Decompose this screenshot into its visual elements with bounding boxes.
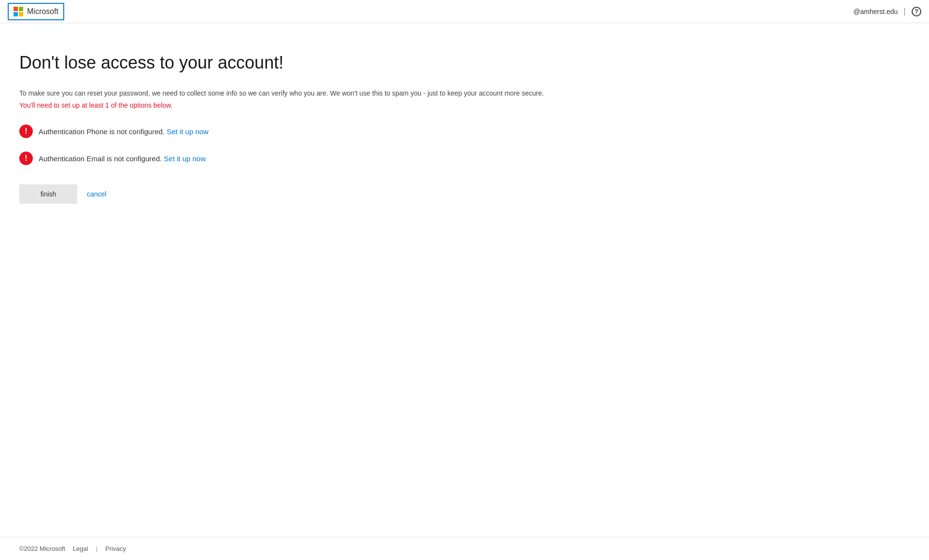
button-row: finish cancel bbox=[19, 184, 657, 204]
header-left: Microsoft bbox=[8, 3, 64, 20]
copyright: ©2022 Microsoft bbox=[19, 545, 65, 552]
auth-email-text: Authentication Email is not configured. … bbox=[39, 154, 206, 163]
warning-icon-email: ! bbox=[19, 152, 33, 165]
warning-text: You'll need to set up at least 1 of the … bbox=[19, 101, 657, 109]
header-separator: | bbox=[903, 6, 906, 16]
main-content: Don't lose access to your account! To ma… bbox=[0, 23, 676, 537]
help-icon[interactable]: ? bbox=[912, 7, 921, 16]
legal-link[interactable]: Legal bbox=[73, 545, 88, 552]
setup-phone-link[interactable]: Set it up now bbox=[167, 127, 209, 136]
logo-blue-square bbox=[14, 12, 18, 16]
auth-phone-text: Authentication Phone is not configured. … bbox=[39, 127, 209, 136]
ms-logo-grid bbox=[14, 7, 23, 16]
logo-yellow-square bbox=[19, 12, 23, 16]
header-right: @amherst.edu | ? bbox=[853, 6, 921, 16]
footer-separator: | bbox=[96, 545, 98, 552]
description-text: To make sure you can reset your password… bbox=[19, 88, 637, 98]
header: Microsoft @amherst.edu | ? bbox=[0, 0, 929, 23]
setup-email-link[interactable]: Set it up now bbox=[164, 154, 206, 163]
logo-red-square bbox=[14, 7, 18, 11]
privacy-link[interactable]: Privacy bbox=[105, 545, 126, 552]
cancel-link[interactable]: cancel bbox=[87, 190, 106, 198]
auth-email-item: ! Authentication Email is not configured… bbox=[19, 152, 657, 165]
brand-name: Microsoft bbox=[27, 7, 58, 16]
finish-button[interactable]: finish bbox=[19, 184, 77, 204]
auth-phone-item: ! Authentication Phone is not configured… bbox=[19, 125, 657, 138]
microsoft-logo: Microsoft bbox=[8, 3, 64, 20]
warning-icon-phone: ! bbox=[19, 125, 33, 138]
logo-green-square bbox=[19, 7, 23, 11]
footer: ©2022 Microsoft Legal | Privacy bbox=[0, 537, 929, 560]
page-title: Don't lose access to your account! bbox=[19, 52, 657, 73]
user-email: @amherst.edu bbox=[853, 8, 898, 15]
